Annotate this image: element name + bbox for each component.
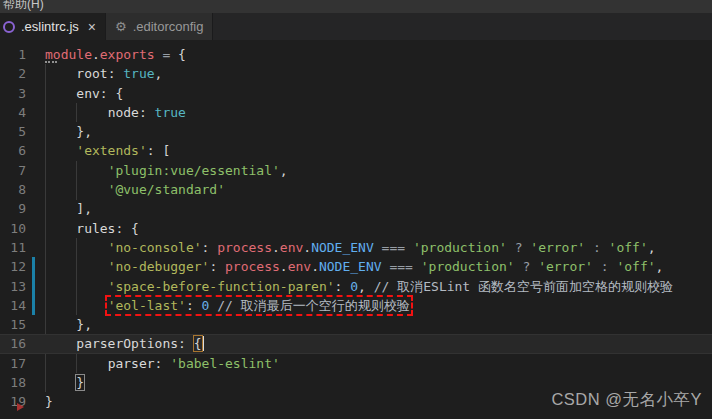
token: root bbox=[76, 66, 107, 81]
token: . bbox=[311, 259, 319, 274]
code-line[interactable]: 14 'eol-last': 0 // 取消最后一个空行的规则校验 bbox=[0, 296, 712, 315]
code-line[interactable]: 16 parserOptions: { bbox=[0, 334, 712, 353]
line-number: 5 bbox=[0, 122, 26, 141]
gutter-spacer bbox=[32, 161, 35, 180]
token: parser bbox=[108, 356, 155, 371]
token: . bbox=[272, 240, 280, 255]
line-number: 14 bbox=[0, 296, 26, 315]
token: === bbox=[389, 259, 412, 274]
token: : bbox=[139, 105, 155, 120]
code-line[interactable]: 4 node: true bbox=[0, 103, 712, 122]
code-line[interactable]: 5 }, bbox=[0, 122, 712, 141]
token: 'no-console' bbox=[108, 240, 202, 255]
gutter-spacer bbox=[32, 122, 35, 141]
modified-line-indicator bbox=[32, 277, 35, 296]
gutter-spacer bbox=[32, 392, 35, 411]
eslint-icon bbox=[3, 21, 15, 33]
token: }, bbox=[45, 124, 92, 139]
code-text: 'space-before-function-paren': 0, // 取消E… bbox=[45, 277, 673, 296]
code-line[interactable]: 6 'extends': [ bbox=[0, 141, 712, 160]
code-lines: 1module.exports = {2 root: true,3 env: {… bbox=[0, 45, 712, 412]
gutter-spacer bbox=[32, 141, 35, 160]
code-text: parserOptions: { bbox=[45, 334, 204, 353]
code-text: } bbox=[45, 373, 84, 392]
code-line[interactable]: 12 'no-debugger': process.env.NODE_ENV =… bbox=[0, 257, 712, 276]
close-icon[interactable]: × bbox=[88, 20, 96, 34]
gutter-spacer bbox=[32, 315, 35, 334]
code-text: 'no-console': process.env.NODE_ENV === '… bbox=[45, 238, 656, 257]
gutter-spacer bbox=[32, 45, 35, 64]
line-number: 8 bbox=[0, 180, 26, 199]
token: : [ bbox=[147, 143, 170, 158]
menu-item-help[interactable]: 帮助(H) bbox=[3, 0, 712, 13]
token: : bbox=[601, 259, 609, 274]
line-number: 17 bbox=[0, 354, 26, 373]
token bbox=[45, 336, 76, 351]
token: true bbox=[123, 66, 154, 81]
code-line[interactable]: 9 ], bbox=[0, 199, 712, 218]
token bbox=[45, 86, 76, 101]
code-line[interactable]: 2 root: true, bbox=[0, 64, 712, 83]
token: : bbox=[593, 240, 601, 255]
token bbox=[45, 182, 108, 197]
code-line[interactable]: 17 parser: 'babel-eslint' bbox=[0, 354, 712, 373]
token bbox=[45, 240, 108, 255]
token: true bbox=[155, 105, 186, 120]
token: , bbox=[656, 259, 664, 274]
token: process bbox=[217, 240, 272, 255]
code-text: }, bbox=[45, 122, 92, 141]
token: . bbox=[280, 259, 288, 274]
token: 'production' bbox=[421, 259, 515, 274]
token: parserOptions bbox=[76, 336, 178, 351]
code-line[interactable]: 11 'no-console': process.env.NODE_ENV ==… bbox=[0, 238, 712, 257]
token: 'babel-eslint' bbox=[170, 356, 280, 371]
token: === bbox=[382, 240, 405, 255]
token: . bbox=[303, 240, 311, 255]
token bbox=[405, 240, 413, 255]
code-text: env: { bbox=[45, 84, 123, 103]
gutter-spacer bbox=[32, 334, 35, 353]
code-line[interactable]: 13 'space-before-function-paren': 0, // … bbox=[0, 277, 712, 296]
token: }, bbox=[45, 317, 92, 332]
code-text: '@vue/standard' bbox=[45, 180, 225, 199]
token bbox=[45, 66, 76, 81]
code-line[interactable]: 1module.exports = { bbox=[0, 45, 712, 64]
token bbox=[45, 298, 108, 313]
token: : bbox=[178, 336, 194, 351]
line-number: 2 bbox=[0, 64, 26, 83]
token: , bbox=[155, 66, 163, 81]
line-number: 4 bbox=[0, 103, 26, 122]
code-line[interactable]: 10 rules: { bbox=[0, 219, 712, 238]
token: NODE_ENV bbox=[311, 240, 374, 255]
code-editor[interactable]: 1module.exports = {2 root: true,3 env: {… bbox=[0, 40, 712, 419]
line-number: 12 bbox=[0, 257, 26, 276]
gutter-spacer bbox=[32, 180, 35, 199]
gutter-spacer bbox=[32, 199, 35, 218]
code-line[interactable]: 3 env: { bbox=[0, 84, 712, 103]
gutter-spacer bbox=[32, 103, 35, 122]
token: 'no-debugger' bbox=[108, 259, 210, 274]
tab-editorconfig[interactable]: ⚙ .editorconfig bbox=[106, 13, 213, 40]
line-number: 3 bbox=[0, 84, 26, 103]
token: : bbox=[155, 356, 171, 371]
token bbox=[45, 356, 108, 371]
token bbox=[413, 259, 421, 274]
code-line[interactable]: 8 '@vue/standard' bbox=[0, 180, 712, 199]
gutter-spacer bbox=[32, 219, 35, 238]
tab-eslintrc-js[interactable]: .eslintrc.js × bbox=[0, 13, 106, 40]
token: { bbox=[194, 336, 202, 351]
gutter-spacer bbox=[32, 354, 35, 373]
token bbox=[593, 259, 601, 274]
token: : bbox=[209, 259, 225, 274]
text-cursor bbox=[202, 336, 204, 351]
code-line[interactable]: 15 }, bbox=[0, 315, 712, 334]
token: : { bbox=[100, 86, 123, 101]
code-text: root: true, bbox=[45, 64, 162, 83]
code-line[interactable]: 7 'plugin:vue/essential', bbox=[0, 161, 712, 180]
token: exports bbox=[100, 47, 155, 62]
token: { bbox=[170, 47, 186, 62]
line-number: 6 bbox=[0, 141, 26, 160]
token: } bbox=[76, 375, 84, 390]
token: 'off' bbox=[609, 240, 648, 255]
token: node bbox=[108, 105, 139, 120]
